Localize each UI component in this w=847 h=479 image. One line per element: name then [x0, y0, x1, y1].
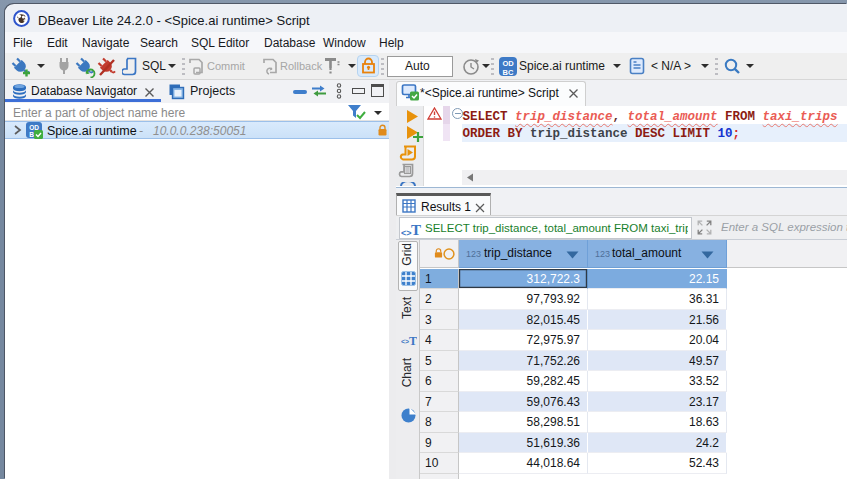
svg-text:<>: <> [401, 228, 412, 238]
svg-text:<>: <> [401, 338, 409, 345]
svg-text:T: T [411, 222, 421, 238]
svg-text:T: T [409, 334, 417, 348]
